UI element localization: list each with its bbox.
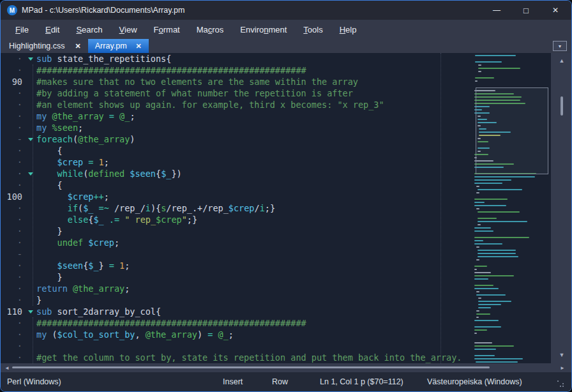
- code-text: $seen{$_} = 1;: [36, 260, 130, 271]
- minimap-viewport[interactable]: [476, 87, 548, 174]
- line-number: ·: [1, 202, 27, 214]
- scroll-up-icon[interactable]: ▲: [551, 58, 572, 64]
- minimap-line: [478, 307, 491, 308]
- close-button[interactable]: ✕: [541, 1, 570, 20]
- menubar: FileEditSearchViewFormatMacrosEnvironmen…: [1, 20, 571, 39]
- status-language: Perl (Windows): [7, 377, 61, 386]
- minimap-line: [474, 176, 535, 177]
- line-number: -: [1, 248, 27, 260]
- vertical-scrollbar[interactable]: ▲ ▼: [551, 53, 572, 363]
- fold-column: [27, 248, 36, 260]
- line-number: ·: [1, 168, 27, 179]
- fold-column: [27, 352, 36, 363]
- tab-highlighting.css[interactable]: Highlighting.css✕: [2, 39, 88, 53]
- tab-close-icon[interactable]: ✕: [136, 42, 142, 50]
- resize-grip[interactable]: [557, 381, 564, 387]
- fold-column: [27, 225, 36, 237]
- menu-search[interactable]: Search: [68, 25, 110, 34]
- minimap-line: [478, 68, 520, 69]
- minimize-button[interactable]: —: [482, 1, 511, 20]
- minimap-line: [478, 250, 516, 251]
- line-number: ·: [1, 64, 27, 76]
- fold-chevron-icon[interactable]: [28, 172, 33, 176]
- horizontal-scrollbar-thumb[interactable]: [12, 366, 490, 368]
- fold-chevron-icon[interactable]: [28, 138, 33, 141]
- minimap-line: [478, 298, 481, 299]
- minimap-line: [474, 237, 529, 238]
- code-text: undef $crep;: [36, 237, 119, 248]
- maximize-button[interactable]: □: [511, 1, 541, 20]
- line-number: ·: [1, 179, 27, 191]
- fold-chevron-icon[interactable]: [28, 310, 33, 313]
- line-number: ·: [1, 87, 27, 99]
- code-text: return @the_array;: [36, 283, 130, 294]
- tab-list-dropdown-button[interactable]: ▼: [553, 41, 567, 51]
- fold-chevron-icon[interactable]: [28, 57, 33, 61]
- menu-help[interactable]: Help: [331, 25, 365, 34]
- menu-view[interactable]: View: [111, 25, 146, 34]
- minimap-line: [474, 240, 483, 241]
- minimap-line: [474, 269, 477, 270]
- code-text: }: [36, 225, 63, 237]
- minimap-line: [474, 329, 487, 331]
- minimap-line: [478, 304, 501, 305]
- line-number: ·: [1, 329, 27, 340]
- menu-edit[interactable]: Edit: [37, 25, 68, 34]
- minimap-line: [474, 205, 506, 206]
- scroll-down-icon[interactable]: ▼: [551, 352, 572, 358]
- minimap-line: [474, 355, 495, 356]
- line-number: ·: [1, 99, 27, 110]
- fold-column: [27, 122, 36, 133]
- line-number: ·: [1, 237, 27, 248]
- minimap-line: [474, 342, 492, 343]
- code-text: ########################################…: [36, 64, 306, 76]
- minimap[interactable]: [473, 53, 551, 363]
- line-number: ·: [1, 214, 27, 225]
- line-number: ·: [1, 110, 27, 122]
- fold-column: [27, 110, 36, 122]
- minimap-line: [475, 77, 494, 79]
- titlebar: M MPad - c:\Users\Rickard\Documents\Arra…: [1, 1, 571, 20]
- menu-tools[interactable]: Tools: [295, 25, 331, 34]
- line-number: ·: [1, 156, 27, 168]
- code-text: while(defined $seen{$_}): [36, 168, 182, 179]
- minimap-line: [474, 272, 491, 273]
- menu-environment[interactable]: Environment: [232, 25, 295, 34]
- minimap-line: [476, 186, 479, 187]
- minimap-line: [474, 326, 501, 328]
- menu-macros[interactable]: Macros: [188, 25, 232, 34]
- scroll-right-icon[interactable]: ►: [560, 365, 565, 371]
- line-number: ·: [1, 271, 27, 283]
- tab-label: Array.pm: [95, 41, 127, 50]
- tab-strip: Highlighting.css✕Array.pm✕: [2, 39, 149, 53]
- minimap-line: [478, 218, 497, 219]
- minimap-line: [474, 275, 514, 276]
- minimap-line: [478, 221, 527, 222]
- code-text: #makes sure that no two elements are the…: [36, 76, 358, 87]
- line-number: 110: [1, 306, 27, 317]
- status-encoding: Västeuropeiska (Windows): [427, 377, 522, 386]
- menu-file[interactable]: File: [7, 25, 37, 34]
- vertical-scrollbar-thumb[interactable]: [561, 96, 563, 116]
- editor-area[interactable]: ·sub state_the_repetitions{·############…: [1, 53, 571, 363]
- minimap-line: [478, 301, 511, 302]
- minimap-line: [474, 278, 488, 280]
- statusbar: Perl (Windows) Insert Row Ln 1, Col 1 p …: [1, 372, 571, 391]
- minimap-line: [474, 243, 502, 245]
- code-text: my ($col_to_sort_by, @the_array) = @_;: [36, 329, 234, 340]
- minimap-line: [474, 285, 493, 286]
- tab-close-icon[interactable]: ✕: [75, 42, 81, 50]
- code-text: sub state_the_repetitions{: [36, 53, 171, 64]
- minimap-line: [476, 361, 518, 363]
- scroll-left-icon[interactable]: ◄: [4, 365, 10, 371]
- code-text: my %seen;: [36, 122, 83, 133]
- tab-array.pm[interactable]: Array.pm✕: [88, 39, 149, 53]
- minimap-line: [476, 192, 479, 193]
- menu-format[interactable]: Format: [146, 25, 188, 34]
- fold-column: [27, 202, 36, 214]
- line-number: -: [1, 133, 27, 145]
- fold-column: [27, 317, 36, 329]
- horizontal-scrollbar[interactable]: ◄ ►: [1, 363, 571, 372]
- code-text: $crep = 1;: [36, 156, 109, 168]
- status-insert-mode: Insert: [223, 377, 243, 386]
